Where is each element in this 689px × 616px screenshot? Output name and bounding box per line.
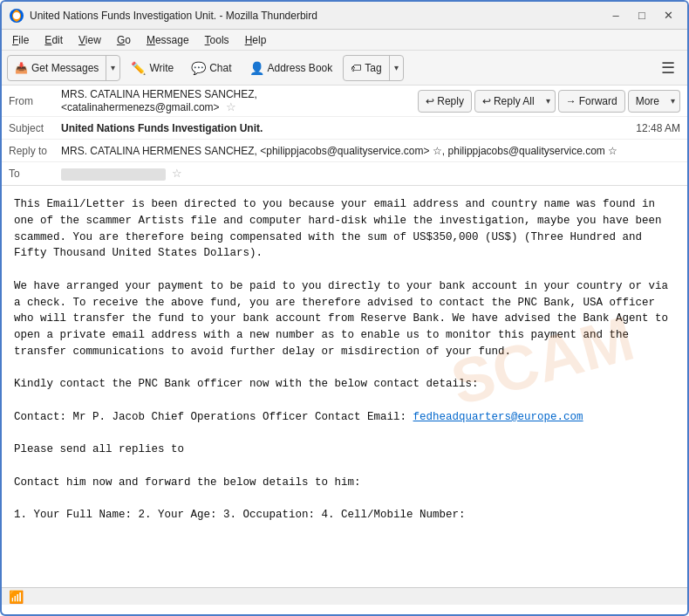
email-action-buttons: ↩ Reply ↩ Reply All ▾ → Forward More ▾	[418, 90, 680, 113]
address-book-icon: 👤	[249, 61, 264, 75]
tag-dropdown: 🏷 Tag ▾	[343, 55, 403, 81]
menu-go[interactable]: Go	[110, 32, 138, 48]
wifi-icon: 📶	[9, 590, 24, 604]
email-body-text-7: 1. Your Full Name: 2. Your Age: 3. Occup…	[14, 509, 466, 521]
get-messages-icon: 📥	[15, 62, 28, 74]
reply-button[interactable]: ↩ Reply	[418, 90, 472, 113]
subject-label: Subject	[9, 122, 61, 134]
subject-value: United Nations Funds Investigation Unit.	[61, 122, 636, 134]
forward-button[interactable]: → Forward	[558, 90, 625, 113]
maximize-button[interactable]: □	[630, 6, 654, 25]
reply-to-row: Reply to MRS. CATALINA HERMENES SANCHEZ,…	[2, 140, 687, 162]
subject-row: Subject United Nations Funds Investigati…	[2, 117, 687, 140]
menu-tools[interactable]: Tools	[198, 32, 236, 48]
more-group: More ▾	[628, 90, 680, 113]
write-icon: ✏️	[131, 61, 146, 75]
menu-edit[interactable]: Edit	[38, 32, 70, 48]
menu-help[interactable]: Help	[238, 32, 274, 48]
forward-icon: →	[566, 95, 576, 107]
email-body-text-5: Please send all replies to	[14, 443, 184, 455]
svg-point-1	[13, 12, 20, 19]
to-label: To	[9, 168, 61, 180]
menu-file[interactable]: File	[5, 32, 36, 48]
email-body-text-2: We have arranged your payment to be paid…	[14, 280, 668, 358]
window-controls: – □ ✕	[604, 6, 680, 25]
more-arrow[interactable]: ▾	[666, 90, 680, 113]
close-button[interactable]: ✕	[656, 6, 680, 25]
window-title: United Nations Funds Investigation Unit.…	[30, 10, 604, 22]
email-body-container: SCAM This Email/Letter is been directed …	[2, 186, 687, 587]
main-toolbar: 📥 Get Messages ▾ ✏️ Write 💬 Chat 👤 Addre…	[2, 51, 687, 86]
email-headers: From MRS. CATALINA HERMENES SANCHEZ, <ca…	[2, 86, 687, 186]
write-button[interactable]: ✏️ Write	[124, 55, 181, 81]
email-time: 12:48 AM	[636, 122, 680, 134]
menu-message[interactable]: Message	[140, 32, 196, 48]
from-value: MRS. CATALINA HERMENES SANCHEZ, <catalin…	[61, 88, 418, 113]
reply-to-value: MRS. CATALINA HERMENES SANCHEZ, <philipp…	[61, 145, 680, 157]
to-value: ☆	[61, 167, 680, 181]
get-messages-arrow[interactable]: ▾	[106, 56, 119, 80]
reply-to-label: Reply to	[9, 145, 61, 157]
tag-icon: 🏷	[351, 62, 361, 74]
from-label: From	[9, 95, 61, 107]
contact-email-link[interactable]: fedheadquarters@europe.com	[413, 411, 583, 423]
from-star-icon[interactable]: ☆	[226, 100, 236, 113]
statusbar: 📶	[2, 587, 687, 605]
email-body-text-6: Contact him now and forward the below de…	[14, 476, 361, 489]
reply-all-group: ↩ Reply All ▾	[474, 90, 556, 113]
email-body: SCAM This Email/Letter is been directed …	[2, 186, 687, 534]
tag-button[interactable]: 🏷 Tag	[344, 56, 388, 80]
email-body-text-3: Kindly contact the PNC Bank officer now …	[14, 378, 479, 390]
chat-button[interactable]: 💬 Chat	[184, 55, 238, 81]
get-messages-dropdown: 📥 Get Messages ▾	[7, 55, 120, 81]
menubar: File Edit View Go Message Tools Help	[2, 30, 687, 51]
app-icon	[9, 8, 24, 24]
get-messages-button[interactable]: 📥 Get Messages	[8, 56, 106, 80]
tag-arrow[interactable]: ▾	[389, 56, 403, 80]
menu-view[interactable]: View	[72, 32, 108, 48]
reply-all-button[interactable]: ↩ Reply All	[474, 90, 542, 113]
to-star-icon[interactable]: ☆	[172, 167, 182, 180]
titlebar: United Nations Funds Investigation Unit.…	[2, 2, 687, 30]
from-row: From MRS. CATALINA HERMENES SANCHEZ, <ca…	[2, 86, 687, 117]
hamburger-menu-button[interactable]: ☰	[654, 55, 682, 81]
reply-all-icon: ↩	[482, 95, 491, 107]
to-row: To ☆	[2, 162, 687, 185]
email-scroll-area[interactable]: SCAM This Email/Letter is been directed …	[2, 186, 687, 587]
reply-all-arrow[interactable]: ▾	[542, 90, 556, 113]
minimize-button[interactable]: –	[604, 6, 628, 25]
address-book-button[interactable]: 👤 Address Book	[242, 55, 340, 81]
reply-icon: ↩	[426, 95, 434, 107]
email-body-text-4: Contact: Mr P. Jacob Chief Operations Of…	[14, 411, 413, 423]
more-button[interactable]: More	[628, 90, 667, 113]
chat-icon: 💬	[191, 61, 206, 75]
email-body-text-1: This Email/Letter is been directed to yo…	[14, 198, 662, 259]
